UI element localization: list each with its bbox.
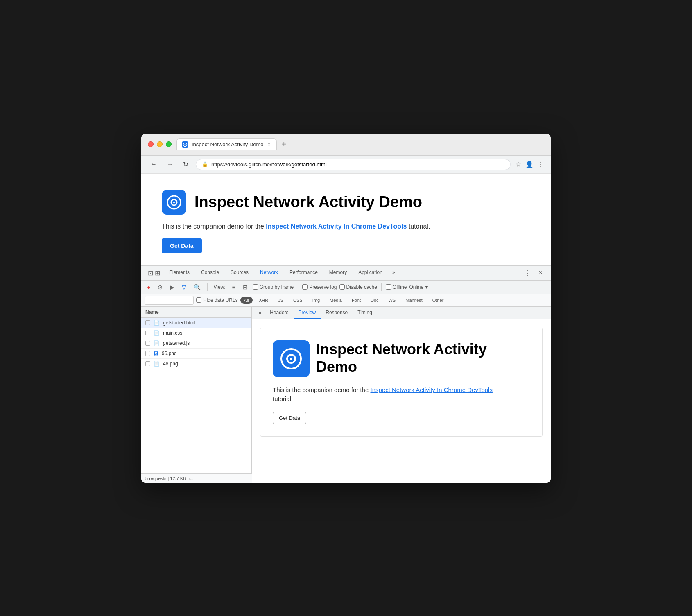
filter-type-manifest[interactable]: Manifest — [402, 297, 426, 304]
file-checkbox-1 — [145, 331, 150, 335]
preview-tutorial-link[interactable]: Inspect Network Activity In Chrome DevTo… — [370, 386, 492, 393]
preview-panel: × Headers Preview Response Timing — [252, 307, 551, 483]
offline-group: Offline — [386, 284, 407, 290]
toolbar-separator-3 — [381, 283, 382, 291]
tab-preview[interactable]: Preview — [294, 307, 321, 319]
tree-view-button[interactable]: ⊟ — [240, 282, 250, 292]
file-name-1: main.css — [163, 330, 182, 336]
search-button[interactable]: 🔍 — [191, 282, 203, 292]
filter-button[interactable]: ▽ — [179, 282, 189, 292]
filter-input[interactable] — [145, 296, 194, 305]
preserve-log-checkbox[interactable] — [302, 284, 308, 290]
file-item-1[interactable]: 📄 main.css — [141, 328, 251, 338]
online-select[interactable]: Online ▼ — [409, 284, 429, 290]
filter-type-all[interactable]: All — [240, 297, 253, 304]
forward-button[interactable]: → — [164, 160, 176, 169]
tab-memory[interactable]: Memory — [323, 266, 353, 279]
tab-console[interactable]: Console — [195, 266, 225, 279]
view-label: View: — [212, 284, 227, 290]
file-checkbox-0 — [145, 320, 150, 325]
network-panel: Name 📄 getstarted.html 📄 main.css — [141, 307, 551, 483]
tab-performance[interactable]: Performance — [284, 266, 323, 279]
filter-bar: Hide data URLs All XHR JS CSS Img Media … — [141, 294, 551, 307]
filter-type-js[interactable]: JS — [274, 297, 287, 304]
file-item-0[interactable]: 📄 getstarted.html — [141, 318, 251, 328]
files-list-wrapper: Name 📄 getstarted.html 📄 main.css — [141, 307, 251, 483]
filter-type-media[interactable]: Media — [326, 297, 346, 304]
tab-headers[interactable]: Headers — [265, 307, 293, 319]
hide-data-urls-label: Hide data URLs — [203, 297, 238, 303]
tab-timing[interactable]: Timing — [353, 307, 377, 319]
preview-get-data-button[interactable]: Get Data — [273, 412, 306, 424]
files-list: Name 📄 getstarted.html 📄 main.css — [141, 307, 252, 483]
file-name-4: 48.png — [163, 361, 178, 367]
more-tabs-button[interactable]: » — [389, 266, 398, 279]
filter-type-css[interactable]: CSS — [289, 297, 306, 304]
reload-button[interactable]: ↻ — [181, 160, 191, 169]
tutorial-link[interactable]: Inspect Network Activity In Chrome DevTo… — [266, 223, 407, 230]
devtools-tab-bar: ⊡ ⊞ Elements Console Sources Network Per… — [141, 266, 551, 281]
tab-elements[interactable]: Elements — [163, 266, 195, 279]
offline-label: Offline — [393, 284, 407, 290]
filter-type-doc[interactable]: Doc — [367, 297, 382, 304]
filter-type-ws[interactable]: WS — [385, 297, 400, 304]
toolbar-separator-2 — [298, 283, 298, 291]
tab-response[interactable]: Response — [321, 307, 353, 319]
clear-button[interactable]: ⊘ — [155, 282, 165, 292]
file-checkbox-2 — [145, 341, 150, 346]
group-by-frame-checkbox[interactable] — [253, 284, 258, 290]
file-checkbox-3 — [145, 351, 150, 356]
tab-application[interactable]: Application — [353, 266, 388, 279]
close-button[interactable] — [148, 141, 154, 147]
filter-type-font[interactable]: Font — [348, 297, 364, 304]
tab-close-icon[interactable]: × — [267, 142, 271, 147]
record-button[interactable]: ● — [145, 282, 153, 292]
get-data-button[interactable]: Get Data — [162, 238, 202, 253]
active-tab[interactable]: Inspect Network Activity Demo × — [176, 138, 277, 150]
file-item-3[interactable]: 🖼 96.png — [141, 349, 251, 359]
tab-network[interactable]: Network — [254, 266, 284, 279]
preserve-log-label: Preserve log — [309, 284, 337, 290]
file-item-2[interactable]: 📄 getstarted.js — [141, 338, 251, 349]
devtools-inspect-icon[interactable]: ⊡ ⊞ — [145, 266, 163, 280]
network-toolbar: ● ⊘ ▶ ▽ 🔍 View: ≡ ⊟ Group by frame Prese… — [141, 281, 551, 294]
maximize-button[interactable] — [166, 141, 172, 147]
preserve-log-group: Preserve log — [302, 284, 337, 290]
hide-data-urls-group: Hide data URLs — [196, 297, 238, 303]
new-tab-button[interactable]: + — [278, 140, 290, 148]
devtools-menu-icon[interactable]: ⋮ — [521, 267, 534, 279]
menu-icon[interactable]: ⋮ — [538, 161, 544, 168]
disable-cache-checkbox[interactable] — [339, 284, 345, 290]
page-logo — [162, 190, 186, 215]
minimize-button[interactable] — [157, 141, 163, 147]
filter-type-other[interactable]: Other — [429, 297, 448, 304]
list-view-button[interactable]: ≡ — [230, 282, 238, 292]
address-actions: ☆ 👤 ⋮ — [516, 161, 544, 168]
offline-checkbox[interactable] — [386, 284, 391, 290]
file-icon-3: 🖼 — [154, 351, 158, 356]
devtools-close-icon[interactable]: × — [536, 267, 546, 278]
svg-point-4 — [173, 202, 175, 203]
hide-data-urls-checkbox[interactable] — [196, 297, 201, 303]
back-button[interactable]: ← — [148, 160, 159, 169]
browser-window: Inspect Network Activity Demo × + ← → ↻ … — [141, 134, 551, 483]
profile-icon[interactable]: 👤 — [525, 161, 534, 168]
preview-inner: Inspect Network Activity Demo This is th… — [260, 328, 543, 437]
bookmark-icon[interactable]: ☆ — [516, 161, 521, 168]
capture-screenshot-button[interactable]: ▶ — [167, 282, 177, 292]
toolbar-separator — [207, 283, 208, 291]
url-text: https://devtools.glitch.me/network/getst… — [211, 161, 327, 168]
url-bar[interactable]: 🔒 https://devtools.glitch.me/network/get… — [196, 159, 511, 170]
tab-sources[interactable]: Sources — [225, 266, 254, 279]
filter-type-img[interactable]: Img — [309, 297, 323, 304]
disable-cache-label: Disable cache — [346, 284, 377, 290]
page-title: Inspect Network Activity Demo — [194, 193, 422, 211]
preview-close-button[interactable]: × — [255, 307, 265, 319]
filter-type-xhr[interactable]: XHR — [255, 297, 272, 304]
file-icon-1: 📄 — [154, 330, 160, 336]
disable-cache-group: Disable cache — [339, 284, 377, 290]
file-icon-4: 📄 — [154, 361, 160, 367]
file-item-4[interactable]: 📄 48.png — [141, 359, 251, 369]
page-content: Inspect Network Activity Demo This is th… — [141, 174, 551, 265]
file-name-2: getstarted.js — [163, 340, 190, 346]
